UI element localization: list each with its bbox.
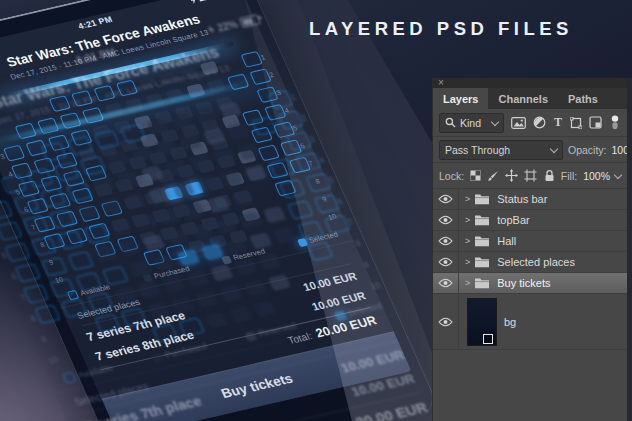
- seat-purchased[interactable]: [180, 124, 200, 139]
- blend-mode-dropdown[interactable]: Pass Through: [439, 140, 563, 160]
- seat-reserved[interactable]: [225, 172, 245, 187]
- seat-purchased[interactable]: [194, 101, 214, 116]
- seat-purchased[interactable]: [119, 138, 139, 153]
- seat-purchased[interactable]: [245, 167, 265, 182]
- seat-available[interactable]: [26, 198, 48, 215]
- tab-paths[interactable]: Paths: [558, 88, 608, 109]
- lock-artboard-icon[interactable]: [524, 169, 537, 183]
- seat-purchased[interactable]: [154, 110, 174, 125]
- seat-available[interactable]: [78, 205, 100, 222]
- seat-available[interactable]: [93, 85, 115, 102]
- shape-layer-filter-icon[interactable]: [570, 115, 582, 130]
- pixel-layer-filter-icon[interactable]: [511, 115, 526, 130]
- seat-purchased[interactable]: [215, 96, 235, 111]
- seat-purchased[interactable]: [216, 154, 236, 169]
- seat-available[interactable]: [274, 180, 296, 197]
- seat-available[interactable]: [65, 228, 87, 245]
- seat-selected[interactable]: [164, 186, 184, 201]
- disclosure-caret-icon[interactable]: >: [465, 257, 470, 267]
- seat-purchased[interactable]: [159, 226, 179, 241]
- layer-row-topbar[interactable]: > topBar: [433, 210, 632, 231]
- seat-purchased[interactable]: [168, 146, 188, 161]
- disclosure-caret-icon[interactable]: >: [465, 236, 470, 246]
- seat-reserved[interactable]: [189, 141, 209, 156]
- eye-cell[interactable]: [433, 189, 459, 209]
- seat-purchased[interactable]: [209, 137, 229, 152]
- fill-value[interactable]: 100%: [583, 170, 621, 182]
- layer-row-status-bar[interactable]: > Status bar: [433, 189, 632, 210]
- seat-available[interactable]: [88, 223, 110, 240]
- seat-purchased[interactable]: [148, 151, 168, 166]
- seat-selected[interactable]: [184, 181, 204, 196]
- seat-purchased[interactable]: [98, 143, 118, 158]
- seat-purchased[interactable]: [228, 230, 248, 245]
- tab-layers[interactable]: Layers: [433, 88, 488, 109]
- seat-available[interactable]: [55, 211, 77, 228]
- seat-purchased[interactable]: [204, 177, 224, 192]
- seat-purchased[interactable]: [187, 239, 207, 254]
- seat-purchased[interactable]: [78, 147, 98, 162]
- seat-reserved[interactable]: [133, 115, 153, 130]
- seat-available[interactable]: [25, 140, 47, 157]
- seat-purchased[interactable]: [175, 164, 195, 179]
- seat-purchased[interactable]: [92, 125, 112, 140]
- seat-purchased[interactable]: [123, 196, 143, 211]
- filter-switch-icon[interactable]: [609, 115, 621, 130]
- seat-reserved[interactable]: [186, 84, 206, 99]
- seat-purchased[interactable]: [127, 155, 147, 170]
- seat-available[interactable]: [84, 165, 106, 182]
- seat-purchased[interactable]: [138, 231, 158, 246]
- seat-available[interactable]: [2, 145, 24, 162]
- seat-purchased[interactable]: [179, 66, 199, 81]
- seat-purchased[interactable]: [124, 98, 144, 113]
- seat-purchased[interactable]: [212, 194, 232, 209]
- eye-cell[interactable]: [433, 210, 459, 230]
- seat-available[interactable]: [241, 109, 263, 126]
- seat-purchased[interactable]: [145, 93, 165, 108]
- seat-available[interactable]: [47, 135, 69, 152]
- disclosure-caret-icon[interactable]: >: [465, 215, 470, 225]
- seat-available[interactable]: [115, 80, 137, 97]
- seat-available[interactable]: [81, 107, 103, 124]
- seat-reserved[interactable]: [241, 207, 261, 222]
- seat-available[interactable]: [14, 123, 36, 140]
- seat-available[interactable]: [266, 162, 288, 179]
- eye-cell[interactable]: [433, 231, 459, 251]
- seat-available[interactable]: [37, 118, 59, 135]
- seat-purchased[interactable]: [158, 70, 178, 85]
- seat-available[interactable]: [48, 95, 70, 112]
- seat-available[interactable]: [49, 193, 71, 210]
- seat-purchased[interactable]: [233, 190, 253, 205]
- seat-reserved[interactable]: [199, 61, 219, 76]
- seat-available[interactable]: [10, 163, 32, 180]
- seat-available[interactable]: [257, 145, 279, 162]
- adjustment-layer-filter-icon[interactable]: [533, 115, 546, 130]
- seat-available[interactable]: [33, 216, 55, 233]
- seat-available[interactable]: [59, 112, 81, 129]
- seat-available[interactable]: [100, 200, 122, 217]
- seat-purchased[interactable]: [165, 88, 185, 103]
- seat-available[interactable]: [33, 157, 55, 174]
- lock-paint-icon[interactable]: [487, 169, 499, 183]
- seat-purchased[interactable]: [171, 204, 191, 219]
- seat-purchased[interactable]: [114, 178, 134, 193]
- seat-purchased[interactable]: [113, 120, 133, 135]
- seat-purchased[interactable]: [151, 209, 171, 224]
- seat-reserved[interactable]: [192, 199, 212, 214]
- seat-available[interactable]: [71, 90, 93, 107]
- seat-available[interactable]: [227, 74, 249, 91]
- seat-reserved[interactable]: [221, 114, 241, 129]
- seat-purchased[interactable]: [200, 119, 220, 134]
- type-layer-filter-icon[interactable]: T: [553, 115, 563, 130]
- seat-purchased[interactable]: [220, 212, 240, 227]
- seat-available[interactable]: [116, 236, 138, 253]
- seat-available[interactable]: [55, 152, 77, 169]
- seat-reserved[interactable]: [237, 150, 257, 165]
- seat-purchased[interactable]: [131, 213, 151, 228]
- seat-available[interactable]: [70, 129, 92, 146]
- eye-cell[interactable]: [433, 294, 459, 349]
- seat-purchased[interactable]: [208, 234, 228, 249]
- seat-purchased[interactable]: [174, 106, 194, 121]
- close-icon[interactable]: ×: [438, 79, 444, 87]
- eye-cell[interactable]: [433, 252, 459, 272]
